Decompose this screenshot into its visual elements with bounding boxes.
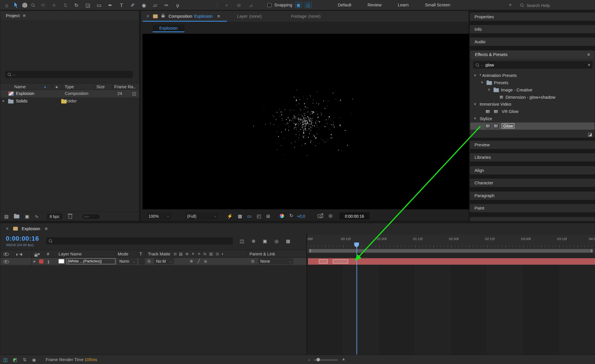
axis-mode-local-icon[interactable]: ⌖ — [223, 0, 230, 10]
frame-blend-column-icon[interactable]: ▤ — [209, 252, 213, 256]
effects-tree-item[interactable]: ∨Image - Creative — [470, 87, 595, 94]
shy-toggle-icon[interactable]: ⊕ — [190, 259, 193, 263]
composition-tab-explosion[interactable]: Explosion — [153, 25, 184, 32]
panel-align[interactable]: Align — [470, 166, 595, 174]
show-snapshot-icon[interactable]: ◎ — [329, 213, 333, 218]
parent-dropdown[interactable]: None ⌄ — [258, 258, 293, 264]
color-wheel-icon[interactable] — [280, 214, 284, 218]
panel-menu-icon[interactable]: ≡ — [217, 14, 220, 19]
zoom-in-mountain-icon[interactable]: ▲ — [342, 357, 345, 361]
parent-pickwhip-icon[interactable]: ◎ — [251, 259, 255, 263]
transparency-grid-icon[interactable]: ▩ — [238, 214, 242, 218]
delete-icon[interactable] — [69, 215, 72, 219]
magnification-dropdown[interactable]: 100% ⌄ — [146, 212, 171, 220]
waveform-icon[interactable]: ∿ — [35, 214, 39, 219]
time-ruler[interactable]: 0:00f00:12f01:00f01:12f02:00f02:12f03:00… — [307, 235, 595, 248]
panel-audio[interactable]: Audio — [470, 37, 595, 46]
tab-footage-label[interactable]: Footage — [291, 14, 307, 19]
pen-tool-icon[interactable]: ✒ — [107, 0, 114, 10]
zoom-slider-knob[interactable] — [316, 358, 320, 361]
twirl-open-icon[interactable]: ∨ — [474, 73, 476, 77]
new-composition-icon[interactable]: ▣ — [25, 214, 29, 219]
video-audio-switch-icon[interactable]: ◘ — [174, 252, 176, 256]
panel-libraries[interactable]: Libraries — [470, 153, 595, 162]
zoom-out-mountain-icon[interactable]: ▲ — [308, 359, 310, 361]
workspace-overflow-icon[interactable]: » — [509, 2, 512, 7]
video-column-icon[interactable] — [3, 253, 9, 256]
tab-composition-label[interactable]: Composition — [169, 14, 192, 19]
project-row-explosion[interactable]: Explosion Composition 24 ◫ — [0, 90, 139, 98]
close-tab-icon[interactable]: × — [146, 14, 149, 19]
timeline-tab-label[interactable]: Explosion — [22, 226, 40, 231]
mask-visibility-icon[interactable]: ▭ — [247, 214, 252, 218]
twirl-open-icon[interactable]: ∨ — [488, 88, 490, 91]
axis-mode-view-icon[interactable]: ⊿ — [247, 0, 255, 10]
selection-tool-icon[interactable] — [14, 2, 19, 8]
playhead-line[interactable] — [356, 247, 357, 354]
grid-guides-icon[interactable]: ⊞ — [266, 214, 270, 218]
close-tab-icon[interactable]: × — [6, 226, 8, 231]
project-search[interactable]: ⌄ — [5, 71, 133, 78]
column-mode[interactable]: Mode — [118, 252, 128, 256]
panel-paragraph[interactable]: Paragraph — [470, 192, 595, 200]
panel-paint[interactable]: Paint — [470, 204, 595, 212]
keyframe-segment[interactable] — [319, 259, 328, 263]
project-item-name[interactable]: Explosion — [16, 91, 35, 96]
keyframe-segment[interactable] — [333, 259, 348, 263]
sort-ascending-icon[interactable]: ▲ — [44, 85, 46, 88]
twirl-open-icon[interactable]: ∨ — [474, 102, 476, 106]
label-column-icon[interactable]: ◆ — [37, 252, 40, 256]
timeline-search[interactable] — [46, 237, 233, 245]
region-of-interest-icon[interactable]: ◰ — [257, 214, 261, 218]
layer-visibility-icon[interactable] — [3, 260, 9, 264]
snap-grid-icon[interactable]: ◫ — [305, 2, 312, 8]
column-parent-link[interactable]: Parent & Link — [250, 252, 275, 256]
pan-camera-tool-icon[interactable]: ✛ — [50, 0, 58, 10]
column-t[interactable]: T — [139, 252, 142, 256]
effects-tree-item[interactable]: ∨Stylize — [470, 115, 595, 122]
work-area-end-handle[interactable] — [591, 249, 593, 253]
column-name[interactable]: Name — [14, 84, 26, 89]
interpret-footage-icon[interactable]: ▤ — [4, 214, 9, 219]
column-type[interactable]: Type — [65, 84, 74, 89]
track-matte-dropdown[interactable]: No M ⌄ — [154, 258, 174, 264]
axis-mode-world-icon[interactable]: ⊕ — [235, 0, 242, 10]
workspace-review[interactable]: Review — [368, 3, 381, 7]
channel-offset-value[interactable]: +0,0 — [297, 214, 305, 219]
home-icon[interactable]: ⌂ — [3, 0, 10, 10]
motion-blur-column-icon[interactable]: ◎ — [216, 252, 219, 256]
snapping-checkbox[interactable] — [267, 3, 272, 7]
effects-tree-item[interactable]: ∨Immersive Video — [470, 101, 595, 108]
3d-layer-column-icon[interactable]: ◐ — [222, 252, 224, 256]
solo-column-icon[interactable]: ○ — [18, 252, 20, 255]
panel-character[interactable]: Character — [470, 179, 595, 187]
cache-toggle-icon[interactable]: ◩ — [13, 357, 17, 362]
layer-name[interactable]: [White ...(Particles)] — [66, 258, 115, 264]
am-expand-icon[interactable]: ◉ — [32, 357, 36, 362]
snapping-label[interactable]: Snapping — [274, 3, 292, 7]
layer-expand-icon[interactable]: ▸ — [34, 259, 35, 263]
search-options-chevron-icon[interactable]: ⌄ — [481, 63, 483, 66]
current-timecode[interactable]: 0:00:00:16 — [6, 235, 39, 242]
effects-column-icon[interactable]: fx — [203, 252, 206, 256]
blend-mode-dropdown[interactable]: Norm ⌄ — [117, 258, 137, 264]
fast-previews-icon[interactable]: ⚡ — [227, 214, 233, 218]
clone-stamp-tool-icon[interactable]: ◉ — [140, 0, 148, 10]
twirl-open-icon[interactable]: ∨ — [474, 116, 476, 120]
motion-blur-master-icon[interactable]: ◎ — [275, 239, 279, 243]
project-panel-title[interactable]: Project — [6, 13, 20, 18]
graph-editor-icon[interactable]: ▦ — [286, 239, 290, 243]
new-folder-icon[interactable] — [14, 215, 19, 218]
column-layer-name[interactable]: Layer Name — [58, 252, 82, 256]
zoom-tool-icon[interactable] — [31, 3, 35, 7]
refresh-icon[interactable]: ↻ — [289, 213, 293, 218]
column-size[interactable]: Size — [96, 84, 105, 89]
tab-layer-label[interactable]: Layer — [237, 14, 248, 19]
column-frame-rate[interactable]: Frame Ra.. — [114, 84, 138, 89]
quality-column-icon[interactable]: ✳ — [198, 252, 201, 256]
resolution-dropdown[interactable]: (Full) ⌄ — [185, 212, 218, 220]
panel-partial[interactable] — [470, 217, 595, 221]
help-search-input[interactable] — [526, 3, 592, 8]
panel-menu-icon[interactable]: ≡ — [23, 13, 25, 18]
puppet-pin-tool-icon[interactable]: ϙ — [174, 0, 181, 10]
